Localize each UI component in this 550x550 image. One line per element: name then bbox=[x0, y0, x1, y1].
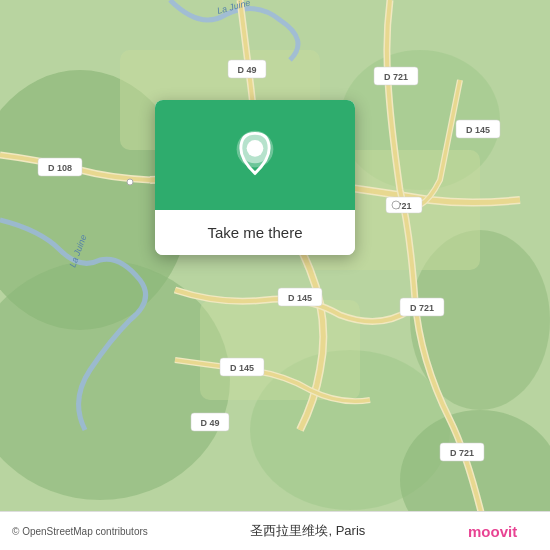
svg-text:D 721: D 721 bbox=[450, 448, 474, 458]
svg-text:D 49: D 49 bbox=[200, 418, 219, 428]
svg-text:D 145: D 145 bbox=[230, 363, 254, 373]
map-background: D 49 D 721 D 145 D 108 D 721 D 145 D 721… bbox=[0, 0, 550, 550]
popup-card: Take me there bbox=[155, 100, 355, 255]
svg-text:moovit: moovit bbox=[468, 523, 517, 540]
svg-text:D 721: D 721 bbox=[410, 303, 434, 313]
svg-point-35 bbox=[127, 179, 133, 185]
bottom-center: 圣西拉里维埃, Paris bbox=[250, 522, 365, 540]
location-title: 圣西拉里维埃, Paris bbox=[250, 522, 365, 540]
svg-point-34 bbox=[392, 201, 400, 209]
map-attribution: © OpenStreetMap contributors bbox=[12, 526, 148, 537]
svg-text:D 49: D 49 bbox=[237, 65, 256, 75]
app-logo: moovit bbox=[468, 520, 538, 542]
take-me-there-button[interactable]: Take me there bbox=[155, 210, 355, 255]
location-pin-icon bbox=[230, 130, 280, 180]
svg-text:D 108: D 108 bbox=[48, 163, 72, 173]
bottom-bar: © OpenStreetMap contributors 圣西拉里维埃, Par… bbox=[0, 511, 550, 550]
popup-header bbox=[155, 100, 355, 210]
svg-text:D 145: D 145 bbox=[466, 125, 490, 135]
svg-point-38 bbox=[247, 140, 264, 157]
svg-text:D 145: D 145 bbox=[288, 293, 312, 303]
map-container: D 49 D 721 D 145 D 108 D 721 D 145 D 721… bbox=[0, 0, 550, 550]
svg-text:D 721: D 721 bbox=[384, 72, 408, 82]
